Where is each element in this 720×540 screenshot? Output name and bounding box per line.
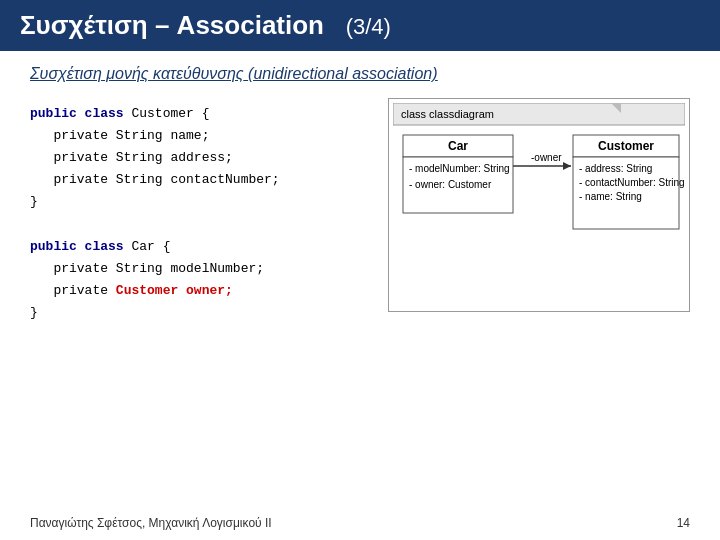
code-line-4: private String contactNumber; <box>30 169 368 191</box>
footer: Παναγιώτης Σφέτσος, Μηχανική Λογισμικού … <box>0 516 720 530</box>
code-line-1: public class Customer { <box>30 103 368 125</box>
subtitle-italic: (unidirectional association) <box>248 65 437 82</box>
subtitle: Συσχέτιση μονής κατεύθυνσης (unidirectio… <box>30 65 690 83</box>
code-line-2: private String name; <box>30 125 368 147</box>
slide-header: Συσχέτιση – Association (3/4) <box>0 0 720 51</box>
car-attr-1: - modelNumber: String <box>409 163 510 174</box>
code-line-blank <box>30 213 368 235</box>
footer-author: Παναγιώτης Σφέτσος, Μηχανική Λογισμικού … <box>30 516 272 530</box>
diagram-area: class classdiagram Car - modelNumber: St… <box>388 98 690 324</box>
header-slide-num: (3/4) <box>346 14 391 39</box>
arrowhead <box>563 162 571 170</box>
code-block: public class Customer { private String n… <box>30 103 368 324</box>
class-diagram: class classdiagram Car - modelNumber: St… <box>388 98 690 312</box>
code-line-6: public class Car { <box>30 236 368 258</box>
diagram-svg: class classdiagram Car - modelNumber: St… <box>393 103 685 303</box>
car-class-name: Car <box>448 139 468 153</box>
customer-attr-2: - contactNumber: String <box>579 177 685 188</box>
header-title: Συσχέτιση – Association <box>20 10 324 40</box>
subtitle-normal: Συσχέτιση μονής κατεύθυνσης <box>30 65 244 82</box>
customer-attr-3: - name: String <box>579 191 642 202</box>
diagram-title-text: class classdiagram <box>401 108 494 120</box>
code-line-5: } <box>30 191 368 213</box>
code-line-7: private String modelNumber; <box>30 258 368 280</box>
code-line-9: } <box>30 302 368 324</box>
footer-page-num: 14 <box>677 516 690 530</box>
car-attr-2: - owner: Customer <box>409 179 492 190</box>
main-content: public class Customer { private String n… <box>0 93 720 334</box>
code-line-3: private String address; <box>30 147 368 169</box>
customer-class-name: Customer <box>598 139 654 153</box>
arrow-label: -owner <box>531 152 562 163</box>
customer-attr-1: - address: String <box>579 163 652 174</box>
code-line-8: private Customer owner; <box>30 280 368 302</box>
